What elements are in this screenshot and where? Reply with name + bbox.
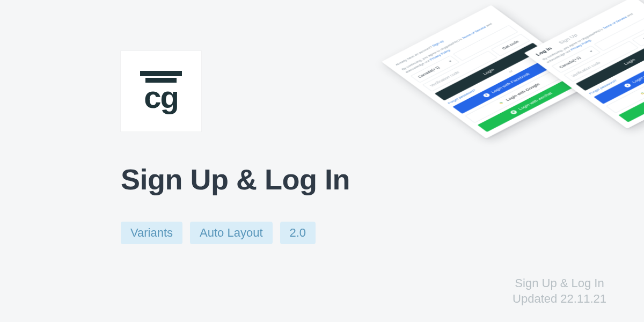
- tag-row: Variants Auto Layout 2.0: [121, 222, 378, 244]
- chevron-down-icon: ▾: [589, 50, 594, 53]
- footer-updated: Updated 22.11.21: [513, 291, 606, 307]
- footer-title: Sign Up & Log In: [513, 275, 606, 291]
- google-icon: G: [497, 100, 506, 106]
- logo-letters: cg: [144, 83, 178, 111]
- logo-bar-top: [140, 71, 182, 76]
- google-icon: G: [638, 91, 644, 96]
- logo-mark: cg: [140, 71, 182, 111]
- tag-variants: Variants: [121, 222, 182, 244]
- tag-version: 2.0: [280, 222, 316, 244]
- chevron-down-icon: ▾: [448, 60, 453, 63]
- facebook-icon: f: [623, 83, 632, 88]
- mockup-stage: Already have an account? Sign up By cont…: [382, 0, 644, 144]
- logo-tile: cg: [121, 51, 201, 131]
- cover-left-column: cg Sign Up & Log In Variants Auto Layout…: [121, 51, 378, 244]
- footer-meta: Sign Up & Log In Updated 22.11.21: [513, 275, 606, 307]
- or-divider: or: [508, 69, 514, 73]
- tag-auto-layout: Auto Layout: [190, 222, 272, 244]
- page-title: Sign Up & Log In: [121, 163, 378, 196]
- facebook-icon: f: [482, 92, 491, 98]
- wechat-icon: ✦: [509, 109, 518, 115]
